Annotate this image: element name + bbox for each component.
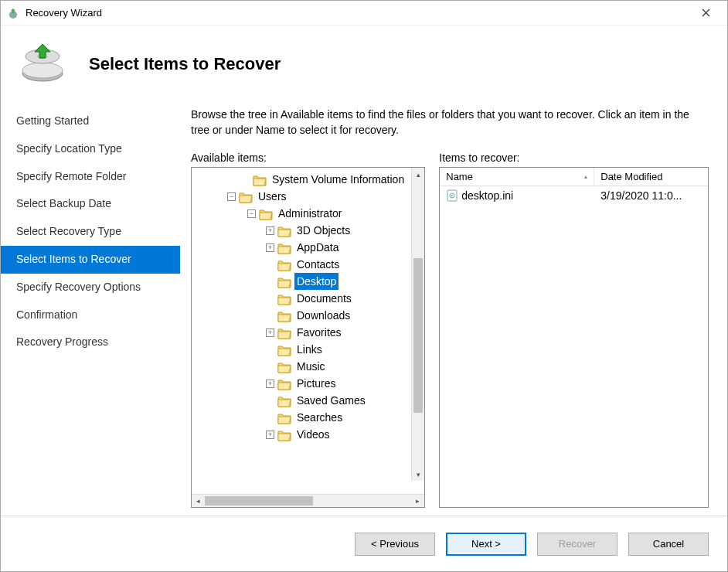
folder-icon — [277, 242, 291, 254]
recovery-wizard-window: Recovery Wizard Select Items to Recover … — [0, 0, 728, 572]
available-items-box: System Volume Information−Users−Administ… — [191, 167, 425, 508]
expand-icon[interactable]: + — [266, 431, 274, 439]
tree-item[interactable]: Contacts — [195, 256, 424, 273]
tree-item[interactable]: System Volume Information — [195, 171, 424, 188]
tree-item-label: Administrator — [276, 205, 344, 222]
tree-spacer — [266, 363, 274, 371]
close-button[interactable] — [690, 2, 721, 24]
svg-point-2 — [22, 63, 63, 78]
tree-item-label: Users — [256, 188, 289, 205]
folder-icon — [277, 327, 291, 339]
tree-item-label: Contacts — [294, 256, 342, 273]
svg-point-7 — [451, 195, 453, 196]
recover-button[interactable]: Recover — [537, 533, 617, 556]
sidebar-item-select-backup-date[interactable]: Select Backup Date — [1, 190, 180, 218]
column-name-label: Name — [446, 171, 473, 182]
tree-item[interactable]: Downloads — [195, 307, 424, 324]
tree-spacer — [266, 397, 274, 405]
folder-icon — [259, 208, 273, 220]
expand-icon[interactable]: + — [266, 226, 274, 235]
collapse-icon[interactable]: − — [247, 209, 256, 218]
scroll-down-arrow-icon[interactable]: ▾ — [412, 468, 424, 481]
tree-item-label: Documents — [294, 290, 354, 307]
list-item-name: desktop.ini — [461, 189, 513, 202]
tree-spacer — [241, 175, 250, 184]
wizard-body: Getting Started Specify Location Type Sp… — [1, 103, 727, 516]
tree-spacer — [266, 260, 274, 269]
titlebar: Recovery Wizard — [1, 1, 727, 26]
folder-icon — [239, 191, 253, 203]
tree-item[interactable]: +AppData — [195, 239, 424, 256]
next-button[interactable]: Next > — [446, 533, 526, 556]
sidebar-item-recovery-progress[interactable]: Recovery Progress — [1, 329, 180, 356]
tree-item[interactable]: Searches — [195, 409, 424, 426]
tree-item-label: Links — [294, 341, 325, 358]
tree-item[interactable]: Saved Games — [195, 392, 424, 409]
tree-item-label: Videos — [294, 426, 332, 443]
scroll-left-arrow-icon[interactable]: ◂ — [192, 495, 205, 508]
sidebar-item-specify-recovery-options[interactable]: Specify Recovery Options — [1, 274, 180, 301]
folder-icon — [277, 293, 291, 305]
folder-icon — [253, 174, 267, 186]
expand-icon[interactable]: + — [266, 329, 274, 337]
tree-item-label: Desktop — [294, 273, 338, 290]
expand-icon[interactable]: + — [266, 243, 274, 252]
folder-icon — [277, 310, 291, 322]
tree-scroll-area: System Volume Information−Users−Administ… — [192, 168, 424, 494]
panels: Available items: System Volume Informati… — [191, 152, 709, 516]
main-content: Browse the tree in Available items to fi… — [180, 103, 727, 516]
tree-item[interactable]: +Favorites — [195, 324, 424, 341]
tree-item[interactable]: +Videos — [195, 426, 424, 443]
sidebar-item-select-items-to-recover[interactable]: Select Items to Recover — [1, 246, 180, 274]
tree-spacer — [266, 312, 274, 320]
sort-arrow-icon: ▴ — [578, 173, 587, 180]
folder-icon — [277, 412, 291, 424]
previous-button[interactable]: < Previous — [355, 533, 435, 556]
folder-icon — [277, 276, 291, 288]
tree-spacer — [266, 277, 274, 286]
folder-icon — [277, 259, 291, 271]
sidebar-item-select-recovery-type[interactable]: Select Recovery Type — [1, 218, 180, 246]
tree-item[interactable]: +Pictures — [195, 375, 424, 392]
tree-item[interactable]: Documents — [195, 290, 424, 307]
sidebar-item-getting-started[interactable]: Getting Started — [1, 107, 180, 135]
tree-item[interactable]: −Users — [195, 188, 424, 205]
folder-icon — [277, 225, 291, 237]
app-icon — [7, 7, 19, 19]
list-header: Name ▴ Date Modified — [440, 168, 708, 186]
tree-item[interactable]: Links — [195, 341, 424, 358]
cancel-button[interactable]: Cancel — [628, 533, 709, 556]
tree-item-label: Music — [294, 358, 328, 375]
tree-item[interactable]: Music — [195, 358, 424, 375]
scroll-right-arrow-icon[interactable]: ▸ — [411, 495, 424, 508]
horizontal-scroll-thumb[interactable] — [205, 496, 313, 506]
tree-item[interactable]: −Administrator — [195, 205, 424, 222]
sidebar-item-confirmation[interactable]: Confirmation — [1, 301, 180, 329]
items-to-recover-label: Items to recover: — [439, 152, 709, 164]
sidebar-item-specify-remote-folder[interactable]: Specify Remote Folder — [1, 163, 180, 191]
tree-spacer — [266, 295, 274, 303]
sidebar-item-specify-location-type[interactable]: Specify Location Type — [1, 135, 180, 163]
folder-icon — [277, 395, 291, 407]
horizontal-scrollbar[interactable]: ◂ ▸ — [192, 494, 424, 507]
expand-icon[interactable]: + — [266, 380, 274, 388]
available-items-label: Available items: — [191, 152, 425, 164]
items-to-recover-panel: Items to recover: Name ▴ Date Modified — [439, 152, 709, 508]
folder-tree[interactable]: System Volume Information−Users−Administ… — [192, 168, 424, 446]
wizard-header: Select Items to Recover — [1, 26, 727, 103]
column-header-name[interactable]: Name ▴ — [440, 168, 594, 186]
wizard-header-icon — [19, 41, 66, 87]
tree-item[interactable]: Desktop — [195, 273, 424, 290]
tree-spacer — [266, 346, 274, 354]
tree-item-label: 3D Objects — [294, 222, 352, 239]
tree-item[interactable]: +3D Objects — [195, 222, 424, 239]
scroll-up-arrow-icon[interactable]: ▴ — [412, 168, 424, 181]
collapse-icon[interactable]: − — [227, 192, 236, 201]
tree-item-label: Searches — [294, 409, 345, 426]
column-header-date[interactable]: Date Modified — [594, 168, 708, 186]
list-item[interactable]: desktop.ini 3/19/2020 11:0... — [440, 186, 708, 205]
vertical-scroll-thumb[interactable] — [413, 258, 423, 413]
vertical-scrollbar[interactable]: ▴ ▾ — [411, 168, 424, 481]
tree-item-label: AppData — [294, 239, 341, 256]
available-items-panel: Available items: System Volume Informati… — [191, 152, 425, 508]
